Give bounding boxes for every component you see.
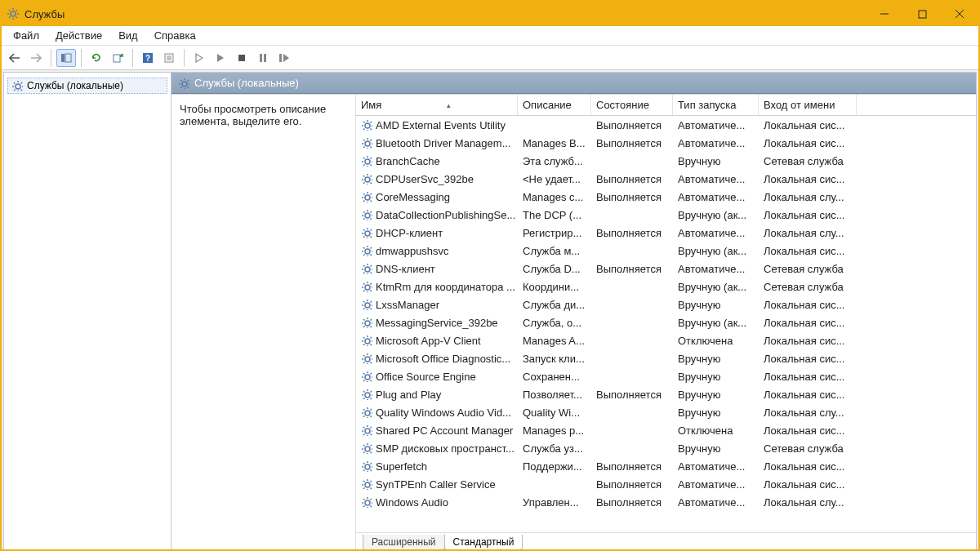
service-row[interactable]: AMD External Events UtilityВыполняетсяАв… (356, 116, 976, 134)
back-button[interactable] (5, 49, 24, 67)
service-row[interactable]: Quality Windows Audio Vid...Quality Wi..… (356, 403, 976, 421)
service-startup: Вручную (ак... (673, 208, 759, 222)
service-row[interactable]: Windows AudioУправлен...ВыполняетсяАвтом… (356, 493, 976, 511)
service-startup: Вручную (673, 298, 759, 312)
service-row[interactable]: DataCollectionPublishingSe...The DCP (..… (356, 206, 976, 224)
svg-rect-10 (919, 11, 926, 18)
gear-icon (361, 496, 372, 508)
export-button[interactable] (108, 49, 127, 67)
service-name: Microsoft Office Diagnostic... (376, 353, 510, 365)
service-status (591, 358, 673, 359)
tab-standard[interactable]: Стандартный (444, 535, 523, 550)
menu-bar: Файл Действие Вид Справка (2, 26, 978, 46)
description-hint: Чтобы просмотреть описание элемента, выд… (180, 103, 326, 127)
service-name: Superfetch (376, 460, 427, 473)
properties-button[interactable] (159, 49, 179, 67)
service-status: Выполняется (591, 136, 673, 150)
gear-icon (361, 299, 372, 310)
service-row[interactable]: dmwappushsvcСлужба м...Вручную (ак...Лок… (356, 242, 976, 260)
service-row[interactable]: SynTPEnh Caller ServiceВыполняетсяАвтома… (356, 475, 976, 493)
column-description[interactable]: Описание (518, 95, 591, 115)
service-description: Служба, о... (518, 316, 591, 330)
service-name: Plug and Play (376, 389, 441, 401)
service-name: Bluetooth Driver Managem... (376, 137, 510, 149)
service-status: Выполняется (591, 460, 673, 473)
maximize-button[interactable] (903, 2, 941, 26)
column-logon[interactable]: Вход от имени (759, 95, 857, 115)
service-logon: Локальная слу... (759, 495, 857, 509)
service-logon: Сетевая служба (759, 442, 857, 455)
service-startup: Автоматиче... (673, 190, 759, 204)
service-logon: Локальная сис... (759, 352, 857, 366)
service-status (591, 322, 673, 323)
menu-help[interactable]: Справка (146, 27, 204, 44)
stop-service-button[interactable] (232, 49, 252, 67)
pause-service-button[interactable] (253, 49, 273, 67)
service-row[interactable]: Microsoft Office Diagnostic...Запуск кли… (356, 349, 976, 367)
service-logon: Локальная сис... (759, 334, 857, 348)
gear-icon (361, 389, 372, 400)
tab-extended[interactable]: Расширенный (363, 535, 445, 550)
service-row[interactable]: SMP дисковых пространст...Служба уз...Вр… (356, 439, 976, 457)
service-name: DataCollectionPublishingSe... (376, 209, 515, 221)
service-row[interactable]: BranchCacheЭта служб...ВручнуюСетевая сл… (356, 152, 976, 170)
service-row[interactable]: Microsoft App-V ClientManages A...Отключ… (356, 331, 976, 349)
service-row[interactable]: KtmRm для координатора ...Координи...Вру… (356, 278, 976, 295)
service-row[interactable]: Bluetooth Driver Managem...Manages B...В… (356, 134, 976, 152)
service-status (591, 250, 673, 251)
service-row[interactable]: DHCP-клиентРегистрир...ВыполняетсяАвтома… (356, 224, 976, 242)
service-startup: Автоматиче... (673, 172, 759, 186)
service-description: Запуск кли... (518, 352, 591, 366)
tree-item-label: Службы (локальные) (27, 80, 123, 91)
service-row[interactable]: CoreMessagingManages c...ВыполняетсяАвто… (356, 188, 976, 206)
service-description: Служба уз... (518, 442, 591, 455)
service-startup: Вручную (ак... (673, 280, 759, 294)
menu-view[interactable]: Вид (110, 27, 146, 44)
close-button[interactable] (941, 2, 978, 26)
service-row[interactable]: Shared PC Account ManagerManages p...Отк… (356, 421, 976, 439)
gear-icon (361, 353, 372, 364)
service-row[interactable]: MessagingService_392beСлужба, о...Вручну… (356, 313, 976, 331)
service-description (518, 483, 591, 485)
title-bar: Службы (2, 2, 978, 26)
service-logon: Сетевая служба (759, 262, 857, 276)
gear-icon (361, 442, 372, 454)
service-name: Shared PC Account Manager (376, 424, 513, 437)
menu-file[interactable]: Файл (5, 27, 47, 44)
forward-button[interactable] (26, 49, 46, 67)
service-row[interactable]: DNS-клиентСлужба D...ВыполняетсяАвтомати… (356, 260, 976, 278)
tree-item-services-local[interactable]: Службы (локальные) (7, 78, 167, 94)
show-tree-button[interactable] (56, 49, 76, 67)
service-logon: Локальная сис... (759, 370, 857, 384)
service-name: AMD External Events Utility (376, 119, 506, 131)
grid-rows[interactable]: AMD External Events UtilityВыполняетсяАв… (356, 116, 976, 532)
service-logon: Сетевая служба (759, 154, 857, 168)
start-service-alt-button[interactable] (211, 49, 230, 67)
gear-icon (361, 478, 372, 490)
service-logon: Локальная сис... (759, 244, 857, 258)
service-startup: Автоматиче... (673, 262, 759, 276)
service-row[interactable]: SuperfetchПоддержи...ВыполняетсяАвтомати… (356, 457, 976, 475)
column-name[interactable]: Имя ▴ (356, 95, 518, 115)
service-status: Выполняется (591, 495, 673, 509)
service-row[interactable]: LxssManagerСлужба ди...ВручнуюЛокальная … (356, 295, 976, 313)
help-button[interactable]: ? (138, 49, 158, 67)
service-row[interactable]: Plug and PlayПозволяет...ВыполняетсяВруч… (356, 385, 976, 403)
column-status[interactable]: Состояние (591, 95, 673, 115)
restart-service-button[interactable] (274, 49, 294, 67)
minimize-button[interactable] (866, 2, 903, 26)
refresh-button[interactable] (87, 49, 106, 67)
service-row[interactable]: Office Source EngineСохранен...ВручнуюЛо… (356, 367, 976, 385)
service-status (591, 286, 673, 287)
menu-action[interactable]: Действие (47, 27, 110, 44)
panel-header: Службы (локальные) (172, 73, 976, 94)
service-status (591, 411, 673, 413)
service-status (591, 214, 673, 216)
service-status: Выполняется (591, 262, 673, 276)
service-row[interactable]: CDPUserSvc_392be<Не удает...ВыполняетсяА… (356, 170, 976, 188)
service-name: DHCP-клиент (376, 227, 443, 239)
column-startup[interactable]: Тип запуска (673, 95, 759, 115)
grid-header: Имя ▴ Описание Состояние Тип запуска Вхо… (356, 95, 976, 116)
service-status (591, 429, 673, 431)
start-service-button[interactable] (189, 49, 209, 67)
